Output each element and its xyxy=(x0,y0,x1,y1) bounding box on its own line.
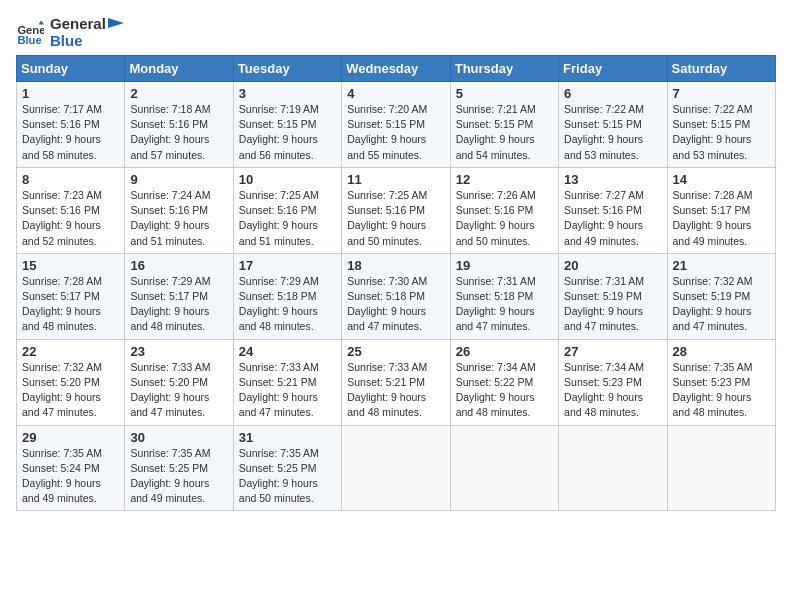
day-info: Sunrise: 7:35 AM Sunset: 5:25 PM Dayligh… xyxy=(130,446,227,507)
logo-icon: General Blue xyxy=(16,19,44,47)
day-info: Sunrise: 7:35 AM Sunset: 5:25 PM Dayligh… xyxy=(239,446,336,507)
day-info: Sunrise: 7:33 AM Sunset: 5:21 PM Dayligh… xyxy=(239,360,336,421)
calendar-cell: 28Sunrise: 7:35 AM Sunset: 5:23 PM Dayli… xyxy=(667,339,775,425)
day-info: Sunrise: 7:32 AM Sunset: 5:20 PM Dayligh… xyxy=(22,360,119,421)
day-number: 2 xyxy=(130,86,227,101)
calendar-cell: 2Sunrise: 7:18 AM Sunset: 5:16 PM Daylig… xyxy=(125,82,233,168)
day-number: 13 xyxy=(564,172,661,187)
day-number: 4 xyxy=(347,86,444,101)
calendar-cell: 23Sunrise: 7:33 AM Sunset: 5:20 PM Dayli… xyxy=(125,339,233,425)
calendar-cell: 27Sunrise: 7:34 AM Sunset: 5:23 PM Dayli… xyxy=(559,339,667,425)
day-info: Sunrise: 7:33 AM Sunset: 5:21 PM Dayligh… xyxy=(347,360,444,421)
day-info: Sunrise: 7:31 AM Sunset: 5:19 PM Dayligh… xyxy=(564,274,661,335)
calendar-cell: 25Sunrise: 7:33 AM Sunset: 5:21 PM Dayli… xyxy=(342,339,450,425)
day-info: Sunrise: 7:32 AM Sunset: 5:19 PM Dayligh… xyxy=(673,274,770,335)
calendar-cell: 7Sunrise: 7:22 AM Sunset: 5:15 PM Daylig… xyxy=(667,82,775,168)
calendar-cell xyxy=(667,425,775,511)
calendar-cell: 31Sunrise: 7:35 AM Sunset: 5:25 PM Dayli… xyxy=(233,425,341,511)
calendar-cell xyxy=(559,425,667,511)
calendar-cell: 8Sunrise: 7:23 AM Sunset: 5:16 PM Daylig… xyxy=(17,167,125,253)
day-info: Sunrise: 7:25 AM Sunset: 5:16 PM Dayligh… xyxy=(239,188,336,249)
day-number: 26 xyxy=(456,344,553,359)
day-number: 16 xyxy=(130,258,227,273)
weekday-header-monday: Monday xyxy=(125,56,233,82)
day-info: Sunrise: 7:18 AM Sunset: 5:16 PM Dayligh… xyxy=(130,102,227,163)
day-number: 24 xyxy=(239,344,336,359)
day-number: 3 xyxy=(239,86,336,101)
day-info: Sunrise: 7:26 AM Sunset: 5:16 PM Dayligh… xyxy=(456,188,553,249)
day-info: Sunrise: 7:22 AM Sunset: 5:15 PM Dayligh… xyxy=(564,102,661,163)
weekday-header-saturday: Saturday xyxy=(667,56,775,82)
calendar-cell: 22Sunrise: 7:32 AM Sunset: 5:20 PM Dayli… xyxy=(17,339,125,425)
weekday-header-friday: Friday xyxy=(559,56,667,82)
week-row-2: 8Sunrise: 7:23 AM Sunset: 5:16 PM Daylig… xyxy=(17,167,776,253)
day-number: 31 xyxy=(239,430,336,445)
calendar-cell: 30Sunrise: 7:35 AM Sunset: 5:25 PM Dayli… xyxy=(125,425,233,511)
calendar-cell: 5Sunrise: 7:21 AM Sunset: 5:15 PM Daylig… xyxy=(450,82,558,168)
calendar-cell: 21Sunrise: 7:32 AM Sunset: 5:19 PM Dayli… xyxy=(667,253,775,339)
calendar-cell: 4Sunrise: 7:20 AM Sunset: 5:15 PM Daylig… xyxy=(342,82,450,168)
day-info: Sunrise: 7:27 AM Sunset: 5:16 PM Dayligh… xyxy=(564,188,661,249)
day-info: Sunrise: 7:28 AM Sunset: 5:17 PM Dayligh… xyxy=(673,188,770,249)
calendar-cell: 12Sunrise: 7:26 AM Sunset: 5:16 PM Dayli… xyxy=(450,167,558,253)
svg-marker-2 xyxy=(38,20,44,24)
calendar-cell: 6Sunrise: 7:22 AM Sunset: 5:15 PM Daylig… xyxy=(559,82,667,168)
day-number: 21 xyxy=(673,258,770,273)
day-info: Sunrise: 7:17 AM Sunset: 5:16 PM Dayligh… xyxy=(22,102,119,163)
calendar-cell: 18Sunrise: 7:30 AM Sunset: 5:18 PM Dayli… xyxy=(342,253,450,339)
day-number: 6 xyxy=(564,86,661,101)
day-number: 14 xyxy=(673,172,770,187)
day-number: 7 xyxy=(673,86,770,101)
day-info: Sunrise: 7:35 AM Sunset: 5:23 PM Dayligh… xyxy=(673,360,770,421)
weekday-header-wednesday: Wednesday xyxy=(342,56,450,82)
calendar-cell: 17Sunrise: 7:29 AM Sunset: 5:18 PM Dayli… xyxy=(233,253,341,339)
calendar-cell: 24Sunrise: 7:33 AM Sunset: 5:21 PM Dayli… xyxy=(233,339,341,425)
day-info: Sunrise: 7:34 AM Sunset: 5:23 PM Dayligh… xyxy=(564,360,661,421)
week-row-4: 22Sunrise: 7:32 AM Sunset: 5:20 PM Dayli… xyxy=(17,339,776,425)
day-info: Sunrise: 7:19 AM Sunset: 5:15 PM Dayligh… xyxy=(239,102,336,163)
day-info: Sunrise: 7:35 AM Sunset: 5:24 PM Dayligh… xyxy=(22,446,119,507)
day-number: 25 xyxy=(347,344,444,359)
day-number: 28 xyxy=(673,344,770,359)
calendar-table: SundayMondayTuesdayWednesdayThursdayFrid… xyxy=(16,55,776,511)
weekday-header-tuesday: Tuesday xyxy=(233,56,341,82)
calendar-cell: 10Sunrise: 7:25 AM Sunset: 5:16 PM Dayli… xyxy=(233,167,341,253)
page: General Blue General Blue SundayMondayTu… xyxy=(0,0,792,612)
calendar-cell: 29Sunrise: 7:35 AM Sunset: 5:24 PM Dayli… xyxy=(17,425,125,511)
day-number: 19 xyxy=(456,258,553,273)
day-number: 18 xyxy=(347,258,444,273)
day-info: Sunrise: 7:29 AM Sunset: 5:18 PM Dayligh… xyxy=(239,274,336,335)
day-number: 17 xyxy=(239,258,336,273)
logo-area: General Blue General Blue xyxy=(16,16,128,49)
calendar-cell: 3Sunrise: 7:19 AM Sunset: 5:15 PM Daylig… xyxy=(233,82,341,168)
day-info: Sunrise: 7:34 AM Sunset: 5:22 PM Dayligh… xyxy=(456,360,553,421)
day-number: 9 xyxy=(130,172,227,187)
day-info: Sunrise: 7:31 AM Sunset: 5:18 PM Dayligh… xyxy=(456,274,553,335)
day-number: 30 xyxy=(130,430,227,445)
calendar-cell: 20Sunrise: 7:31 AM Sunset: 5:19 PM Dayli… xyxy=(559,253,667,339)
day-number: 29 xyxy=(22,430,119,445)
calendar-cell: 26Sunrise: 7:34 AM Sunset: 5:22 PM Dayli… xyxy=(450,339,558,425)
day-info: Sunrise: 7:20 AM Sunset: 5:15 PM Dayligh… xyxy=(347,102,444,163)
week-row-3: 15Sunrise: 7:28 AM Sunset: 5:17 PM Dayli… xyxy=(17,253,776,339)
day-number: 5 xyxy=(456,86,553,101)
week-row-5: 29Sunrise: 7:35 AM Sunset: 5:24 PM Dayli… xyxy=(17,425,776,511)
weekday-header-thursday: Thursday xyxy=(450,56,558,82)
calendar-cell: 15Sunrise: 7:28 AM Sunset: 5:17 PM Dayli… xyxy=(17,253,125,339)
day-info: Sunrise: 7:29 AM Sunset: 5:17 PM Dayligh… xyxy=(130,274,227,335)
calendar-cell: 14Sunrise: 7:28 AM Sunset: 5:17 PM Dayli… xyxy=(667,167,775,253)
day-number: 1 xyxy=(22,86,119,101)
day-number: 8 xyxy=(22,172,119,187)
day-number: 27 xyxy=(564,344,661,359)
calendar-cell: 11Sunrise: 7:25 AM Sunset: 5:16 PM Dayli… xyxy=(342,167,450,253)
logo-general: General xyxy=(50,16,106,33)
day-number: 20 xyxy=(564,258,661,273)
week-row-1: 1Sunrise: 7:17 AM Sunset: 5:16 PM Daylig… xyxy=(17,82,776,168)
weekday-header-row: SundayMondayTuesdayWednesdayThursdayFrid… xyxy=(17,56,776,82)
calendar-cell: 19Sunrise: 7:31 AM Sunset: 5:18 PM Dayli… xyxy=(450,253,558,339)
day-number: 11 xyxy=(347,172,444,187)
day-info: Sunrise: 7:25 AM Sunset: 5:16 PM Dayligh… xyxy=(347,188,444,249)
logo-blue: Blue xyxy=(50,33,106,50)
header: General Blue General Blue xyxy=(16,16,776,49)
calendar-cell: 13Sunrise: 7:27 AM Sunset: 5:16 PM Dayli… xyxy=(559,167,667,253)
